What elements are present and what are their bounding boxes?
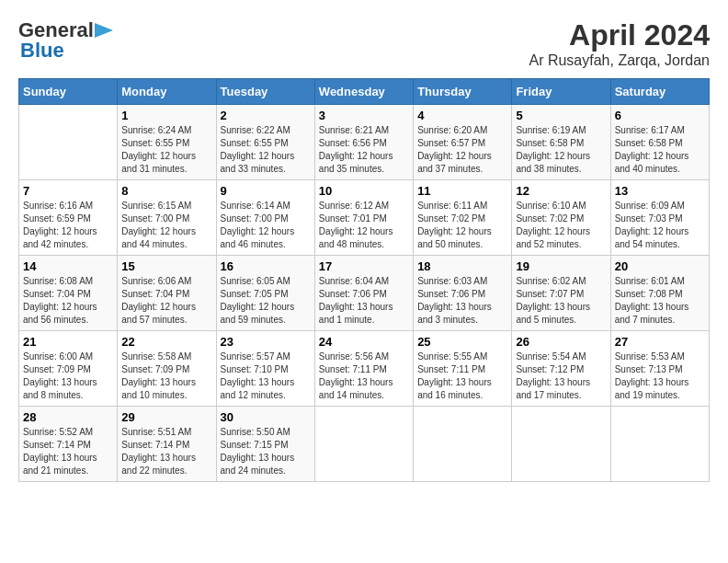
calendar-cell: 27Sunrise: 5:53 AM Sunset: 7:13 PM Dayli… [610, 331, 709, 407]
calendar-cell: 10Sunrise: 6:12 AM Sunset: 7:01 PM Dayli… [314, 180, 413, 256]
calendar-cell: 18Sunrise: 6:03 AM Sunset: 7:06 PM Dayli… [414, 256, 512, 331]
day-of-week-header: Thursday [414, 79, 512, 105]
day-number: 26 [516, 335, 606, 349]
logo: General Blue [18, 18, 113, 63]
day-info: Sunrise: 6:03 AM Sunset: 7:06 PM Dayligh… [417, 276, 492, 325]
day-number: 5 [516, 109, 606, 122]
day-number: 9 [221, 184, 311, 198]
day-info: Sunrise: 6:01 AM Sunset: 7:08 PM Dayligh… [615, 276, 689, 325]
calendar-week-row: 7Sunrise: 6:16 AM Sunset: 6:59 PM Daylig… [19, 180, 710, 256]
day-number: 2 [221, 109, 311, 122]
day-info: Sunrise: 6:00 AM Sunset: 7:09 PM Dayligh… [23, 351, 97, 400]
day-number: 30 [221, 410, 311, 424]
calendar-cell: 3Sunrise: 6:21 AM Sunset: 6:56 PM Daylig… [314, 105, 413, 180]
day-number: 1 [121, 109, 211, 122]
calendar-header-row: SundayMondayTuesdayWednesdayThursdayFrid… [19, 79, 710, 105]
day-number: 8 [121, 184, 211, 198]
day-info: Sunrise: 6:15 AM Sunset: 7:00 PM Dayligh… [121, 201, 196, 249]
calendar-cell: 6Sunrise: 6:17 AM Sunset: 6:58 PM Daylig… [610, 105, 709, 180]
calendar-cell [414, 407, 512, 482]
page-title: April 2024 [529, 18, 710, 52]
day-number: 7 [23, 184, 113, 198]
day-number: 24 [319, 335, 409, 349]
day-info: Sunrise: 5:54 AM Sunset: 7:12 PM Dayligh… [516, 351, 590, 400]
calendar-cell: 24Sunrise: 5:56 AM Sunset: 7:11 PM Dayli… [314, 331, 413, 407]
day-number: 28 [23, 410, 113, 424]
day-info: Sunrise: 6:05 AM Sunset: 7:05 PM Dayligh… [221, 276, 295, 325]
day-info: Sunrise: 6:20 AM Sunset: 6:57 PM Dayligh… [417, 125, 492, 174]
day-of-week-header: Tuesday [216, 79, 314, 105]
day-of-week-header: Monday [118, 79, 216, 105]
calendar-cell: 4Sunrise: 6:20 AM Sunset: 6:57 PM Daylig… [414, 105, 512, 180]
day-number: 4 [417, 109, 507, 122]
day-info: Sunrise: 6:16 AM Sunset: 6:59 PM Dayligh… [23, 201, 97, 249]
calendar-table: SundayMondayTuesdayWednesdayThursdayFrid… [18, 78, 710, 482]
day-number: 3 [319, 109, 409, 122]
day-number: 16 [221, 259, 311, 273]
calendar-cell: 21Sunrise: 6:00 AM Sunset: 7:09 PM Dayli… [19, 331, 118, 407]
calendar-cell: 25Sunrise: 5:55 AM Sunset: 7:11 PM Dayli… [414, 331, 512, 407]
day-info: Sunrise: 5:55 AM Sunset: 7:11 PM Dayligh… [417, 351, 492, 400]
day-number: 21 [23, 335, 113, 349]
calendar-cell: 9Sunrise: 6:14 AM Sunset: 7:00 PM Daylig… [216, 180, 314, 256]
calendar-cell: 1Sunrise: 6:24 AM Sunset: 6:55 PM Daylig… [118, 105, 216, 180]
day-info: Sunrise: 5:53 AM Sunset: 7:13 PM Dayligh… [615, 351, 689, 400]
calendar-cell: 16Sunrise: 6:05 AM Sunset: 7:05 PM Dayli… [216, 256, 314, 331]
calendar-cell: 8Sunrise: 6:15 AM Sunset: 7:00 PM Daylig… [118, 180, 216, 256]
day-info: Sunrise: 5:50 AM Sunset: 7:15 PM Dayligh… [221, 427, 295, 476]
calendar-cell: 11Sunrise: 6:11 AM Sunset: 7:02 PM Dayli… [414, 180, 512, 256]
title-block: April 2024 Ar Rusayfah, Zarqa, Jordan [529, 18, 710, 69]
day-info: Sunrise: 6:02 AM Sunset: 7:07 PM Dayligh… [516, 276, 590, 325]
day-number: 18 [417, 259, 507, 273]
calendar-cell [610, 407, 709, 482]
day-number: 27 [615, 335, 705, 349]
day-number: 20 [615, 259, 705, 273]
day-info: Sunrise: 5:56 AM Sunset: 7:11 PM Dayligh… [319, 351, 393, 400]
day-info: Sunrise: 6:19 AM Sunset: 6:58 PM Dayligh… [516, 125, 590, 174]
calendar-cell: 7Sunrise: 6:16 AM Sunset: 6:59 PM Daylig… [19, 180, 118, 256]
day-info: Sunrise: 6:24 AM Sunset: 6:55 PM Dayligh… [121, 125, 196, 174]
calendar-week-row: 28Sunrise: 5:52 AM Sunset: 7:14 PM Dayli… [19, 407, 710, 482]
day-info: Sunrise: 6:08 AM Sunset: 7:04 PM Dayligh… [23, 276, 97, 325]
day-number: 12 [516, 184, 606, 198]
day-of-week-header: Friday [512, 79, 610, 105]
calendar-cell [314, 407, 413, 482]
calendar-week-row: 1Sunrise: 6:24 AM Sunset: 6:55 PM Daylig… [19, 105, 710, 180]
page-subtitle: Ar Rusayfah, Zarqa, Jordan [529, 52, 710, 69]
calendar-cell: 30Sunrise: 5:50 AM Sunset: 7:15 PM Dayli… [216, 407, 314, 482]
calendar-cell: 28Sunrise: 5:52 AM Sunset: 7:14 PM Dayli… [19, 407, 118, 482]
calendar-cell: 26Sunrise: 5:54 AM Sunset: 7:12 PM Dayli… [512, 331, 610, 407]
day-number: 17 [319, 259, 409, 273]
calendar-cell [19, 105, 118, 180]
day-number: 19 [516, 259, 606, 273]
calendar-cell: 13Sunrise: 6:09 AM Sunset: 7:03 PM Dayli… [610, 180, 709, 256]
page-header: General Blue April 2024 Ar Rusayfah, Zar… [18, 18, 710, 69]
day-info: Sunrise: 6:09 AM Sunset: 7:03 PM Dayligh… [615, 201, 689, 249]
day-info: Sunrise: 6:14 AM Sunset: 7:00 PM Dayligh… [221, 201, 295, 249]
day-number: 10 [319, 184, 409, 198]
day-number: 14 [23, 259, 113, 273]
logo-arrow-icon [95, 23, 113, 38]
day-info: Sunrise: 5:58 AM Sunset: 7:09 PM Dayligh… [121, 351, 196, 400]
day-info: Sunrise: 6:17 AM Sunset: 6:58 PM Dayligh… [615, 125, 689, 174]
day-number: 13 [615, 184, 705, 198]
day-number: 29 [121, 410, 211, 424]
day-number: 15 [121, 259, 211, 273]
day-of-week-header: Wednesday [314, 79, 413, 105]
day-number: 25 [417, 335, 507, 349]
day-of-week-header: Saturday [610, 79, 709, 105]
calendar-cell [512, 407, 610, 482]
day-info: Sunrise: 6:21 AM Sunset: 6:56 PM Dayligh… [319, 125, 393, 174]
calendar-cell: 5Sunrise: 6:19 AM Sunset: 6:58 PM Daylig… [512, 105, 610, 180]
calendar-cell: 14Sunrise: 6:08 AM Sunset: 7:04 PM Dayli… [19, 256, 118, 331]
day-info: Sunrise: 6:12 AM Sunset: 7:01 PM Dayligh… [319, 201, 393, 249]
calendar-cell: 17Sunrise: 6:04 AM Sunset: 7:06 PM Dayli… [314, 256, 413, 331]
calendar-cell: 2Sunrise: 6:22 AM Sunset: 6:55 PM Daylig… [216, 105, 314, 180]
calendar-cell: 22Sunrise: 5:58 AM Sunset: 7:09 PM Dayli… [118, 331, 216, 407]
day-info: Sunrise: 6:04 AM Sunset: 7:06 PM Dayligh… [319, 276, 393, 325]
day-number: 6 [615, 109, 705, 122]
calendar-cell: 23Sunrise: 5:57 AM Sunset: 7:10 PM Dayli… [216, 331, 314, 407]
day-info: Sunrise: 6:11 AM Sunset: 7:02 PM Dayligh… [417, 201, 492, 249]
calendar-cell: 15Sunrise: 6:06 AM Sunset: 7:04 PM Dayli… [118, 256, 216, 331]
day-info: Sunrise: 6:10 AM Sunset: 7:02 PM Dayligh… [516, 201, 590, 249]
